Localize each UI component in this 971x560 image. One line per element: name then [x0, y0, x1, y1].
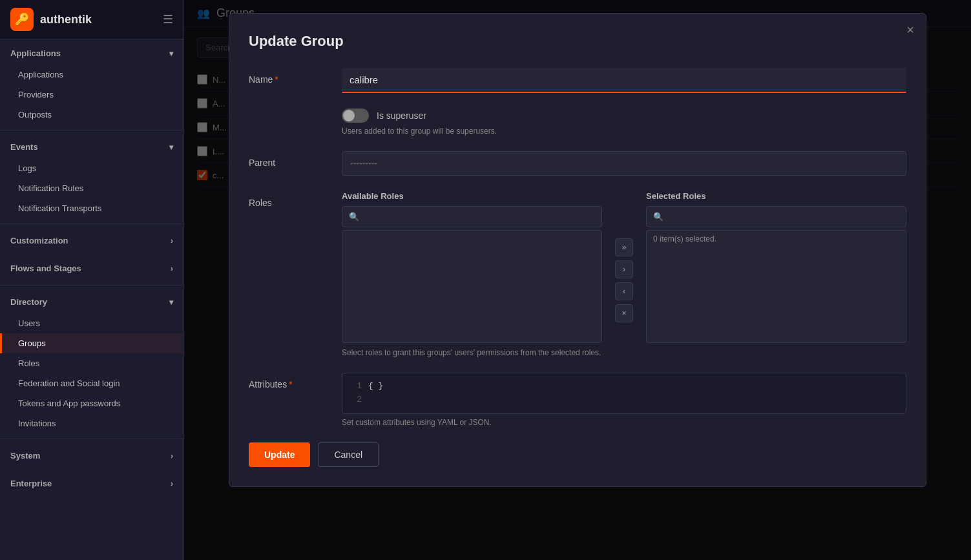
sidebar-category-applications[interactable]: Applications ▾ — [0, 42, 183, 65]
sidebar-item-federation[interactable]: Federation and Social login — [0, 373, 183, 393]
label-roles: Roles — [249, 191, 326, 208]
available-roles-search-input[interactable] — [363, 212, 595, 222]
sidebar-category-flows[interactable]: Flows and Stages › — [0, 257, 183, 280]
selected-roles-box: Selected Roles 🔍 0 item(s) selected. — [646, 191, 906, 343]
roles-arrows: » › ‹ × — [615, 238, 633, 322]
modal-title: Update Group — [249, 33, 906, 50]
form-actions: Update Cancel — [249, 442, 906, 467]
label-name: Name* — [249, 68, 326, 85]
sidebar-item-applications[interactable]: Applications — [0, 65, 183, 85]
menu-icon[interactable]: ☰ — [163, 12, 173, 26]
sidebar-section-system: System › — [0, 442, 183, 470]
modal-close-button[interactable]: × — [906, 23, 914, 37]
available-roles-box: Available Roles 🔍 — [342, 191, 602, 343]
required-indicator: * — [275, 74, 278, 85]
available-roles-listbox[interactable] — [342, 230, 602, 343]
code-content: { } — [368, 380, 383, 407]
sidebar: 🔑 authentik ☰ Applications ▾ Application… — [0, 0, 184, 560]
code-line-numbers: 1 2 — [349, 380, 362, 407]
brand-logo: 🔑 — [10, 8, 34, 31]
toggle-wrap: Is superuser — [342, 109, 906, 123]
sidebar-item-notification-transports[interactable]: Notification Transports — [0, 198, 183, 218]
move-all-right-button[interactable]: » — [615, 238, 633, 256]
sidebar-item-groups[interactable]: Groups — [0, 333, 183, 353]
sidebar-item-notification-rules[interactable]: Notification Rules — [0, 178, 183, 198]
name-input[interactable] — [342, 68, 906, 93]
label-attributes: Attributes* — [249, 373, 326, 389]
sidebar-section-flows: Flows and Stages › — [0, 254, 183, 282]
update-group-modal: × Update Group Name* — [229, 13, 926, 487]
sidebar-item-tokens[interactable]: Tokens and App passwords — [0, 393, 183, 413]
sidebar-section-enterprise: Enterprise › — [0, 470, 183, 497]
sidebar-item-roles[interactable]: Roles — [0, 353, 183, 373]
chevron-down-icon: ▾ — [169, 298, 173, 307]
sidebar-item-users[interactable]: Users — [0, 313, 183, 333]
chevron-right-icon: › — [171, 479, 173, 488]
move-right-button[interactable]: › — [615, 260, 633, 278]
required-indicator: * — [289, 379, 292, 389]
toggle-label: Is superuser — [377, 110, 426, 121]
search-icon: 🔍 — [349, 212, 359, 222]
divider — [0, 439, 183, 439]
sidebar-category-system[interactable]: System › — [0, 444, 183, 467]
divider — [0, 130, 183, 130]
cancel-button[interactable]: Cancel — [318, 442, 379, 467]
attributes-help: Set custom attributes using YAML or JSON… — [342, 418, 906, 427]
form-row-name: Name* — [249, 68, 906, 93]
divider — [0, 285, 183, 285]
selected-roles-title: Selected Roles — [646, 191, 906, 201]
chevron-right-icon: › — [171, 264, 173, 273]
form-row-parent: Parent --------- — [249, 151, 906, 176]
chevron-right-icon: › — [171, 236, 173, 245]
sidebar-section-customization: Customization › — [0, 227, 183, 254]
sidebar-category-directory[interactable]: Directory ▾ — [0, 291, 183, 313]
sidebar-item-invitations[interactable]: Invitations — [0, 413, 183, 433]
divider — [0, 223, 183, 224]
chevron-down-icon: ▾ — [169, 143, 173, 152]
update-button[interactable]: Update — [249, 442, 310, 467]
parent-select[interactable]: --------- — [342, 151, 906, 176]
selected-roles-status: 0 item(s) selected. — [647, 231, 906, 247]
remove-all-button[interactable]: × — [615, 304, 633, 322]
form-row-roles: Roles Available Roles 🔍 — [249, 191, 906, 357]
sidebar-item-providers[interactable]: Providers — [0, 85, 183, 105]
search-icon: 🔍 — [653, 212, 663, 222]
available-roles-search-wrap: 🔍 — [342, 206, 602, 227]
logo-icon: 🔑 — [15, 12, 29, 26]
toggle-slider — [342, 109, 369, 123]
sidebar-category-events[interactable]: Events ▾ — [0, 136, 183, 158]
main-content: 👥 Groups N... A... M... L... c... — [184, 0, 971, 560]
sidebar-item-outposts[interactable]: Outposts — [0, 105, 183, 125]
roles-control-wrap: Available Roles 🔍 » › ‹ × — [342, 191, 906, 357]
move-left-button[interactable]: ‹ — [615, 282, 633, 300]
roles-grid: Available Roles 🔍 » › ‹ × — [342, 191, 906, 343]
sidebar-header: 🔑 authentik ☰ — [0, 0, 183, 39]
name-control-wrap — [342, 68, 906, 93]
chevron-down-icon: ▾ — [169, 49, 173, 58]
modal-overlay: × Update Group Name* — [184, 0, 971, 560]
superuser-control-wrap: Is superuser Users added to this group w… — [342, 109, 906, 136]
sidebar-section-applications: Applications ▾ Applications Providers Ou… — [0, 39, 183, 127]
brand-name: authentik — [40, 13, 92, 26]
superuser-help: Users added to this group will be superu… — [342, 127, 906, 136]
selected-roles-listbox[interactable]: 0 item(s) selected. — [646, 230, 906, 343]
attributes-editor[interactable]: 1 2 { } — [342, 373, 906, 414]
sidebar-section-directory: Directory ▾ Users Groups Roles Federatio… — [0, 288, 183, 436]
parent-control-wrap: --------- — [342, 151, 906, 176]
superuser-toggle[interactable] — [342, 109, 369, 123]
sidebar-category-customization[interactable]: Customization › — [0, 229, 183, 252]
sidebar-section-events: Events ▾ Logs Notification Rules Notific… — [0, 133, 183, 221]
attributes-control-wrap: 1 2 { } Set custom attributes using YAML… — [342, 373, 906, 427]
selected-roles-search-wrap: 🔍 — [646, 206, 906, 227]
form-row-attributes: Attributes* 1 2 { } Set custom attribute… — [249, 373, 906, 427]
available-roles-title: Available Roles — [342, 191, 602, 201]
selected-roles-search-input[interactable] — [667, 212, 899, 222]
chevron-right-icon: › — [171, 451, 173, 461]
form-row-superuser: Is superuser Users added to this group w… — [249, 109, 906, 136]
sidebar-item-logs[interactable]: Logs — [0, 158, 183, 178]
roles-help: Select roles to grant this groups' users… — [342, 348, 906, 357]
sidebar-category-enterprise[interactable]: Enterprise › — [0, 472, 183, 495]
label-parent: Parent — [249, 151, 326, 168]
